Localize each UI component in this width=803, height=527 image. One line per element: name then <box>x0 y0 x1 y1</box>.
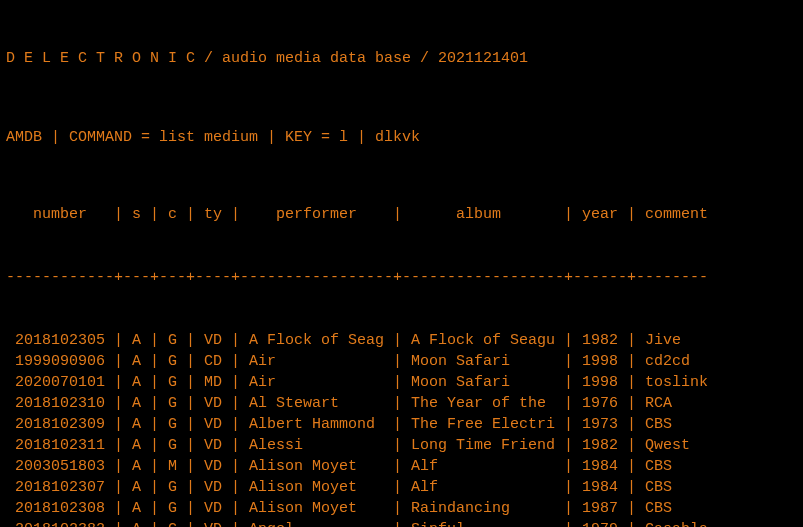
subtitle-text: audio media data base <box>222 50 411 67</box>
table-row: 2018102310 | A | G | VD | Al Stewart | T… <box>6 393 797 414</box>
table-row: 2020070101 | A | G | MD | Air | Moon Saf… <box>6 372 797 393</box>
brand-text: D E L E C T R O N I C <box>6 50 195 67</box>
table-row: 2018102309 | A | G | VD | Albert Hammond… <box>6 414 797 435</box>
command-line: AMDB | COMMAND = list medium | KEY = l |… <box>6 127 797 148</box>
table-body: 2018102305 | A | G | VD | A Flock of Sea… <box>6 330 797 527</box>
table-row: 2018102382 | A | G | VD | Angel | Sinful… <box>6 519 797 527</box>
title-line: D E L E C T R O N I C / audio media data… <box>6 48 797 69</box>
table-row: 1999090906 | A | G | CD | Air | Moon Saf… <box>6 351 797 372</box>
table-row: 2018102311 | A | G | VD | Alessi | Long … <box>6 435 797 456</box>
terminal-screen[interactable]: D E L E C T R O N I C / audio media data… <box>0 0 803 527</box>
table-divider: ------------+---+---+----+--------------… <box>6 267 797 288</box>
table-header: number | s | c | ty | performer | album … <box>6 204 797 225</box>
version-text: 2021121401 <box>438 50 528 67</box>
table-row: 2018102308 | A | G | VD | Alison Moyet |… <box>6 498 797 519</box>
table-row: 2003051803 | A | M | VD | Alison Moyet |… <box>6 456 797 477</box>
table-row: 2018102305 | A | G | VD | A Flock of Sea… <box>6 330 797 351</box>
table-row: 2018102307 | A | G | VD | Alison Moyet |… <box>6 477 797 498</box>
